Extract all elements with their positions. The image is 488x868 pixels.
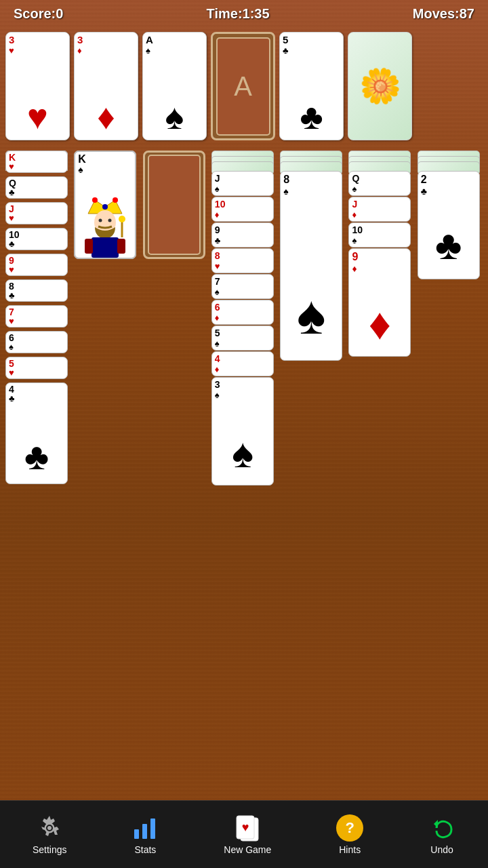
moves-display: Moves:87: [413, 6, 474, 22]
svg-point-6: [108, 219, 112, 222]
foundation-slot-6[interactable]: 🌼: [348, 32, 412, 140]
foundation-slot-2[interactable]: 3 ♦ ♦: [74, 32, 138, 140]
svg-rect-15: [134, 829, 139, 839]
col4-card-4[interactable]: 4 ♦: [211, 351, 274, 376]
score-display: Score:0: [14, 6, 63, 22]
col1-card-q[interactable]: Q ♣: [5, 176, 68, 199]
settings-label: Settings: [33, 844, 67, 855]
col4-card-5[interactable]: 5 ♠: [211, 326, 274, 351]
settings-button[interactable]: Settings: [24, 809, 75, 861]
time-display: Time:1:35: [207, 6, 270, 22]
col4-card-8[interactable]: 8 ♥: [211, 248, 274, 273]
col5-card-8[interactable]: 8 ♠ ♠: [280, 171, 342, 361]
col1-card-8[interactable]: 8 ♣: [5, 279, 68, 302]
bottom-bar: Settings Stats ♥ New Game ? Hints Undo: [0, 800, 488, 868]
col1-card-6[interactable]: 6 ♠: [5, 331, 68, 353]
col1-card-7[interactable]: 7 ♥: [5, 305, 68, 328]
foundation-slot-3[interactable]: A ♠ ♠: [142, 32, 207, 140]
col1-card-5[interactable]: 5 ♥: [5, 357, 68, 379]
undo-label: Undo: [430, 844, 453, 855]
col1-card-10[interactable]: 10 ♣: [5, 228, 68, 250]
col1-card-k[interactable]: K ♥: [5, 151, 68, 173]
col4-card-j[interactable]: J ♠: [211, 171, 274, 196]
svg-rect-9: [117, 239, 125, 254]
col4-card-9[interactable]: 9 ♣: [211, 222, 274, 248]
col6-card-j[interactable]: J ♦: [348, 197, 411, 222]
svg-point-5: [99, 219, 102, 222]
hints-label: Hints: [339, 844, 361, 855]
foundation-slot-5[interactable]: 5 ♣ ♣: [279, 32, 344, 140]
svg-text:♥: ♥: [242, 821, 249, 834]
svg-rect-8: [85, 239, 93, 254]
tableau-col-6: Q ♠ J ♦ 10 ♠ 9 ♦ ♦: [348, 151, 413, 800]
col6-card-q[interactable]: Q ♠: [348, 171, 411, 196]
hints-icon: ?: [336, 814, 363, 842]
hints-button[interactable]: ? Hints: [328, 809, 371, 861]
game-header: Score:0 Time:1:35 Moves:87: [0, 0, 488, 27]
col4-card-7[interactable]: 7 ♠: [211, 274, 274, 299]
col4-card-6[interactable]: 6 ♦: [211, 300, 274, 325]
tableau-area: K ♥ Q ♣ J ♥ 10 ♣ 9 ♥ 8 ♣ 7 ♥: [0, 151, 488, 800]
col4-card-3[interactable]: 3 ♠ ♠: [211, 377, 274, 486]
svg-rect-17: [150, 818, 155, 839]
col4-card-10[interactable]: 10 ♦: [211, 197, 274, 222]
svg-point-14: [47, 826, 52, 830]
new-game-button[interactable]: ♥ New Game: [216, 809, 279, 861]
new-game-label: New Game: [224, 844, 271, 855]
svg-point-11: [119, 216, 125, 222]
col3-back[interactable]: [143, 151, 205, 259]
col6-card-9[interactable]: 9 ♦ ♦: [348, 248, 411, 357]
svg-point-3: [113, 197, 118, 203]
col1-card-j[interactable]: J ♥: [5, 202, 68, 224]
col6-card-10[interactable]: 10 ♠: [348, 222, 411, 248]
col2-card-k[interactable]: K ♠: [74, 151, 136, 259]
col1-card-9[interactable]: 9 ♥: [5, 254, 68, 276]
col1-card-4[interactable]: 4 ♣ ♣: [5, 382, 68, 484]
tableau-col-2: 🌼 K ♠: [74, 151, 139, 800]
tableau-col-4: J ♠ 10 ♦ 9 ♣ 8 ♥ 7 ♠ 6 ♦ 5 ♠: [211, 151, 277, 800]
col7-card-2[interactable]: 2 ♣ ♣: [418, 171, 480, 279]
tableau-col-1: K ♥ Q ♣ J ♥ 10 ♣ 9 ♥ 8 ♣ 7 ♥: [5, 151, 70, 800]
svg-point-1: [92, 197, 98, 203]
stats-button[interactable]: Stats: [123, 809, 167, 861]
undo-button[interactable]: Undo: [420, 809, 464, 861]
foundation-slot-1[interactable]: 3 ♥ ♥: [5, 32, 70, 140]
svg-rect-7: [92, 237, 119, 258]
stats-label: Stats: [134, 844, 156, 855]
foundation-area: 3 ♥ ♥ 3 ♦ ♦ A ♠ ♠ A 5 ♣ ♣ 🌼: [0, 28, 488, 144]
tableau-col-5: 8 ♠ ♠: [280, 151, 345, 800]
foundation-slot-4[interactable]: A: [211, 32, 275, 140]
svg-point-2: [102, 204, 108, 210]
tableau-col-7: 2 ♣ ♣: [418, 151, 483, 800]
svg-rect-16: [142, 824, 147, 839]
tableau-col-3: [143, 151, 208, 800]
